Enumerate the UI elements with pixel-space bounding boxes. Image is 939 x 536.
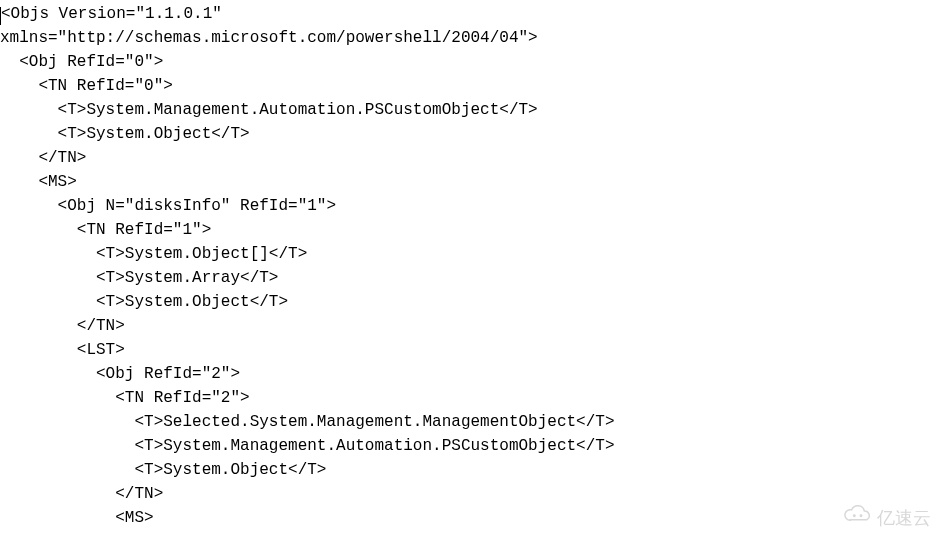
xml-code-block: <Objs Version="1.1.0.1" xmlns="http://sc…: [0, 0, 939, 530]
code-line: <T>System.Object[]</T>: [0, 245, 307, 263]
code-line: <LST>: [0, 341, 125, 359]
code-line: <T>System.Object</T>: [0, 125, 250, 143]
text-cursor: [0, 7, 1, 25]
code-line: <T>Selected.System.Management.Management…: [0, 413, 615, 431]
code-line: <T>System.Management.Automation.PSCustom…: [0, 437, 615, 455]
code-line: </TN>: [0, 317, 125, 335]
code-line: <MS>: [0, 509, 154, 527]
code-line: <Obj N="disksInfo" RefId="1">: [0, 197, 336, 215]
code-line: <TN RefId="2">: [0, 389, 250, 407]
code-line: <T>System.Object</T>: [0, 461, 326, 479]
code-line: <Obj RefId="2">: [0, 365, 240, 383]
code-line: <TN RefId="0">: [0, 77, 173, 95]
code-line: <T>System.Management.Automation.PSCustom…: [0, 101, 538, 119]
code-line: <T>System.Object</T>: [0, 293, 288, 311]
code-line: <MS>: [0, 173, 77, 191]
code-line: <T>System.Array</T>: [0, 269, 278, 287]
code-line: <Objs Version="1.1.0.1": [1, 5, 222, 23]
code-line: </TN>: [0, 485, 163, 503]
code-line: <Obj RefId="0">: [0, 53, 163, 71]
code-line: xmlns="http://schemas.microsoft.com/powe…: [0, 29, 538, 47]
code-line: </TN>: [0, 149, 86, 167]
code-line: <TN RefId="1">: [0, 221, 211, 239]
